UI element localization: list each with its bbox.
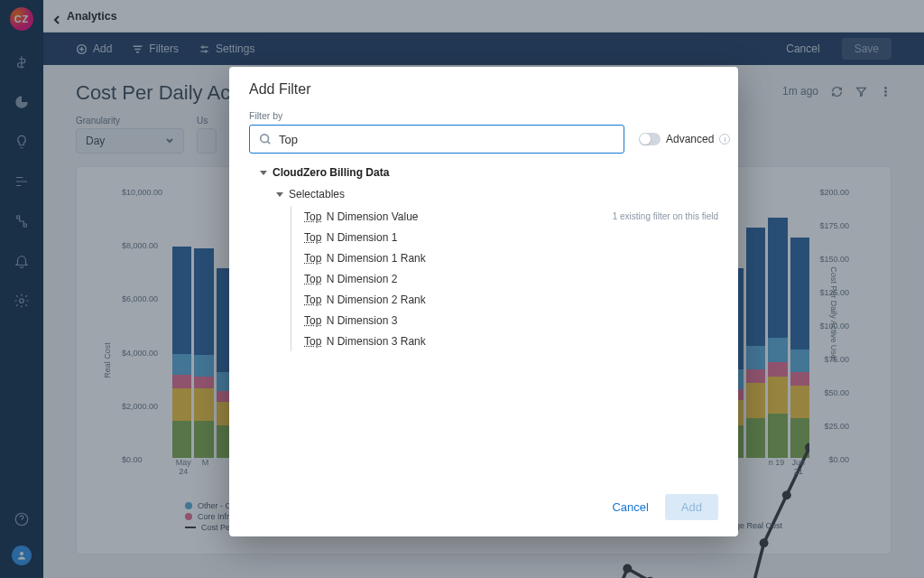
- filter-option[interactable]: Top N Dimension 3: [304, 310, 718, 331]
- filter-option[interactable]: Top N Dimension Value1 existing filter o…: [304, 206, 718, 227]
- add-filter-modal: Add Filter Filter by Advanced i CloudZer…: [229, 67, 738, 536]
- advanced-label: Advanced: [666, 133, 714, 145]
- filter-option[interactable]: Top N Dimension 1 Rank: [304, 247, 718, 268]
- filter-tree: CloudZero Billing Data Selectables Top N…: [260, 166, 718, 351]
- svg-point-36: [261, 135, 269, 143]
- filter-option[interactable]: Top N Dimension 1: [304, 227, 718, 247]
- filter-by-label: Filter by: [249, 110, 718, 121]
- search-icon: [259, 133, 272, 145]
- disclosure-triangle-icon: [276, 192, 283, 197]
- tree-group-header[interactable]: CloudZero Billing Data: [260, 166, 718, 179]
- filter-search-input-wrap: [249, 125, 624, 154]
- filter-search-input[interactable]: [279, 133, 614, 146]
- info-icon[interactable]: i: [719, 134, 730, 144]
- disclosure-triangle-icon: [260, 171, 267, 175]
- filter-option[interactable]: Top N Dimension 2: [304, 268, 718, 289]
- advanced-toggle[interactable]: [639, 133, 661, 145]
- tree-sub-header[interactable]: Selectables: [276, 188, 718, 200]
- modal-add-button[interactable]: Add: [665, 494, 718, 520]
- filter-option[interactable]: Top N Dimension 2 Rank: [304, 289, 718, 310]
- filter-option[interactable]: Top N Dimension 3 Rank: [304, 331, 718, 351]
- modal-cancel-button[interactable]: Cancel: [603, 495, 657, 519]
- modal-title: Add Filter: [249, 81, 718, 98]
